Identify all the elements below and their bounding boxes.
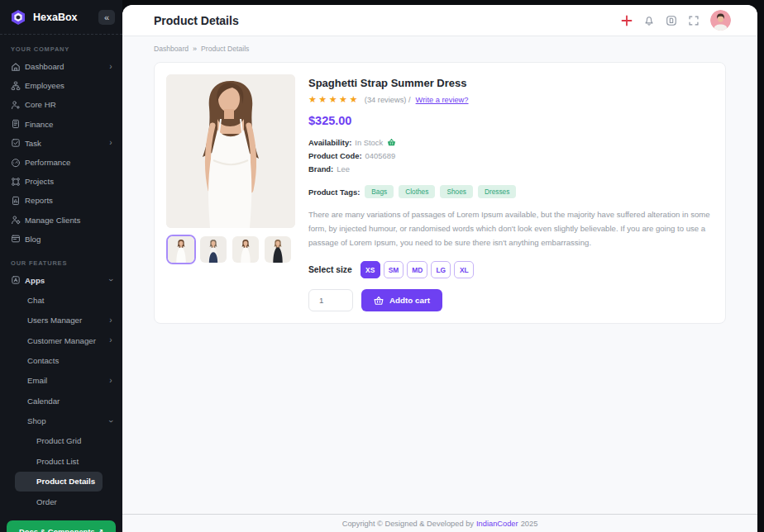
tag-badge[interactable]: Shoes — [440, 185, 473, 198]
sidebar-item-calendar[interactable]: Calendar — [0, 391, 122, 411]
product-card: Spaghetti Strap Summer Dress ★★★★★ (34 r… — [154, 62, 726, 324]
sidebar-item-label: Product Grid — [36, 436, 103, 445]
header-actions — [621, 10, 731, 31]
main-panel: Product Details Dashboard » Product Deta… — [122, 5, 757, 532]
sidebar-item-label: Users Manager — [27, 316, 107, 325]
sidebar-item-label: Employees — [25, 81, 114, 90]
thumbnail-white-dress[interactable] — [231, 235, 260, 264]
add-to-cart-button[interactable]: Addto cart — [361, 289, 442, 311]
sidebar-collapse-button[interactable]: « — [98, 10, 115, 25]
person-plus-icon — [11, 100, 21, 110]
sidebar-item-product-list[interactable]: Product List — [15, 451, 103, 471]
sidebar-item-label: Customer Manager — [27, 336, 107, 345]
write-review-link[interactable]: Write a review? — [416, 96, 469, 104]
sidebar-item-label: Blog — [25, 235, 114, 244]
sidebar-item-performance[interactable]: Performance — [0, 153, 122, 172]
product-tags-row: Product Tags: Bags Clothes Shoes Dresses — [308, 185, 714, 198]
size-option-md[interactable]: MD — [407, 261, 427, 278]
breadcrumb-separator-icon: » — [193, 45, 197, 53]
sidebar-item-label: Finance — [25, 120, 114, 129]
purchase-row: Addto cart — [308, 289, 714, 311]
sidebar-item-order[interactable]: Order — [15, 492, 103, 511]
cart-basket-icon — [374, 296, 384, 306]
size-option-lg[interactable]: LG — [431, 261, 451, 278]
sidebar-item-product-grid[interactable]: Product Grid — [15, 431, 103, 451]
top-header: Product Details — [122, 5, 757, 36]
sidebar-item-email[interactable]: Email — [0, 371, 122, 391]
availability-value: In Stock — [355, 138, 383, 147]
sidebar-item-task[interactable]: Task — [0, 134, 122, 153]
product-meta: Availability: In Stock Product Code: 040… — [308, 138, 714, 173]
sidebar-item-label: Apps — [25, 276, 107, 285]
product-price: $325.00 — [308, 114, 714, 127]
rating-row: ★★★★★ (34 reviews) / Write a review? — [308, 94, 714, 105]
chevron-right-icon — [107, 139, 114, 147]
thumbnail-navy-dress[interactable] — [198, 235, 228, 264]
tags-label: Product Tags: — [308, 188, 360, 197]
content-area: Dashboard » Product Details — [122, 36, 757, 514]
star-rating-icon: ★★★★★ — [308, 94, 360, 105]
sidebar-item-apps[interactable]: Apps — [0, 271, 122, 290]
product-code-value: 0405689 — [365, 151, 396, 160]
sidebar-item-label: Email — [27, 376, 107, 385]
sidebar-item-employees[interactable]: Employees — [0, 76, 122, 95]
breadcrumb-item-current: Product Details — [201, 45, 249, 53]
footer-year: 2025 — [521, 520, 538, 528]
sidebar-item-label: Product Details — [36, 477, 103, 486]
task-check-icon — [11, 138, 21, 148]
product-main-image — [166, 74, 295, 228]
sidebar-item-finance[interactable]: Finance — [0, 115, 122, 134]
sidebar-item-label: Performance — [25, 158, 114, 167]
size-option-sm[interactable]: SM — [384, 261, 404, 278]
in-stock-basket-icon — [387, 138, 396, 147]
sidebar-item-blog[interactable]: Blog — [0, 230, 122, 249]
sidebar-item-label: Core HR — [25, 100, 114, 109]
sidebar: HexaBox « YOUR COMPANY Dashboard Employe… — [0, 0, 122, 532]
chevron-down-icon — [107, 418, 115, 425]
breadcrumb-item-dashboard[interactable]: Dashboard — [154, 45, 189, 53]
sidebar-item-manage-clients[interactable]: Manage Clients — [0, 211, 122, 230]
footer-text: Copyright © Designed & Developed by — [342, 520, 474, 528]
sidebar-item-dashboard[interactable]: Dashboard — [0, 57, 122, 76]
user-avatar[interactable] — [710, 10, 731, 31]
sidebar-item-label: Reports — [25, 196, 114, 205]
size-option-xl[interactable]: XL — [454, 261, 474, 278]
docs-components-button[interactable]: Docs & Components ↗ — [7, 520, 116, 532]
sidebar-item-core-hr[interactable]: Core HR — [0, 95, 122, 114]
fullscreen-icon[interactable] — [688, 15, 700, 26]
size-option-xs[interactable]: XS — [361, 261, 380, 278]
size-selector: Select size XS SM MD LG XL — [308, 261, 714, 278]
thumbnail-white-dress[interactable] — [166, 235, 196, 264]
sidebar-item-shop[interactable]: Shop — [0, 411, 122, 430]
sidebar-item-product-details[interactable]: Product Details — [15, 472, 103, 492]
brand-value: Lee — [337, 164, 350, 173]
sidebar-item-users-manager[interactable]: Users Manager — [0, 310, 122, 330]
thumbnail-black-dress[interactable] — [263, 235, 293, 264]
sidebar-item-projects[interactable]: Projects — [0, 172, 122, 191]
chevron-right-icon — [107, 377, 114, 385]
tag-badge[interactable]: Bags — [365, 185, 394, 198]
bell-icon[interactable] — [643, 15, 655, 26]
tag-badge[interactable]: Dresses — [478, 185, 516, 198]
sidebar-item-contacts[interactable]: Contacts — [0, 350, 122, 370]
gauge-icon — [11, 158, 21, 168]
apps-icon — [11, 275, 21, 285]
sidebar-item-reports[interactable]: Reports — [0, 191, 122, 210]
availability-label: Availability: — [308, 138, 351, 147]
footer-author-link[interactable]: IndianCoder — [476, 520, 518, 528]
product-code-row: Product Code: 0405689 — [308, 151, 714, 160]
sidebar-item-chat[interactable]: Chat — [0, 290, 122, 310]
sidebar-item-label: Shop — [27, 416, 107, 425]
invoice-icon[interactable] — [666, 15, 677, 26]
size-options: XS SM MD LG XL — [361, 261, 475, 278]
reviews-count: (34 reviews) / — [365, 96, 411, 104]
add-to-cart-label: Addto cart — [389, 296, 430, 305]
nodes-icon — [11, 177, 21, 187]
quantity-input[interactable] — [308, 289, 353, 311]
availability-row: Availability: In Stock — [308, 138, 714, 147]
sidebar-item-customer-manager[interactable]: Customer Manager — [0, 330, 122, 350]
tag-badge[interactable]: Clothes — [399, 185, 435, 198]
browser-card-icon — [11, 234, 21, 244]
home-icon — [11, 62, 21, 72]
plus-icon[interactable] — [621, 15, 633, 26]
